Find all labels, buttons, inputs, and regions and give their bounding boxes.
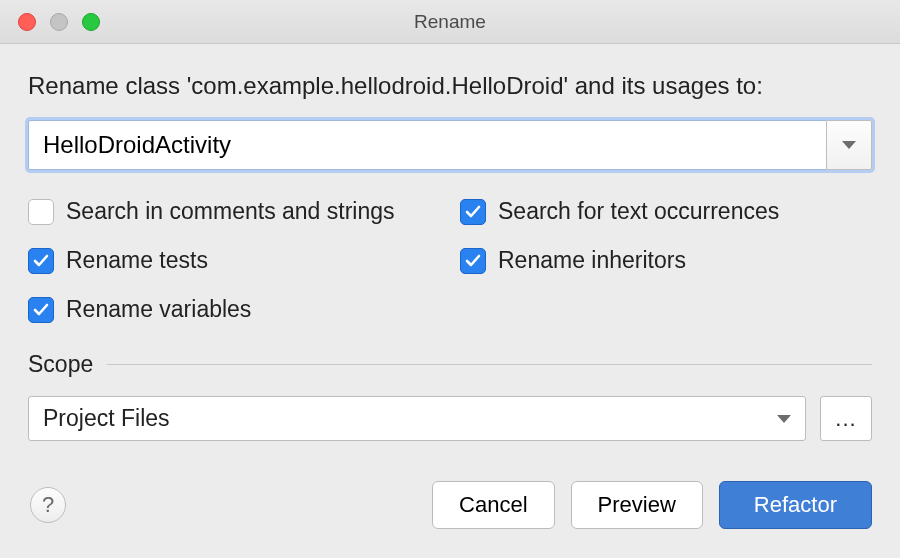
scope-controls: Project Files ...: [28, 396, 872, 441]
dialog-footer: ? Cancel Preview Refactor: [28, 481, 872, 529]
rename-tests-checkbox[interactable]: Rename tests: [28, 247, 440, 274]
scope-selected-value: Project Files: [43, 405, 170, 432]
dialog-content: Rename class 'com.example.hellodroid.Hel…: [0, 44, 900, 553]
cancel-button[interactable]: Cancel: [432, 481, 554, 529]
checkbox-icon: [28, 248, 54, 274]
scope-browse-button[interactable]: ...: [820, 396, 872, 441]
maximize-window-button[interactable]: [82, 13, 100, 31]
preview-button[interactable]: Preview: [571, 481, 703, 529]
checkbox-label: Search in comments and strings: [66, 198, 395, 225]
separator: [107, 364, 872, 365]
search-comments-checkbox[interactable]: Search in comments and strings: [28, 198, 440, 225]
new-name-input[interactable]: [28, 120, 826, 170]
new-name-field: [28, 120, 872, 170]
checkbox-icon: [28, 297, 54, 323]
checkbox-icon: [460, 248, 486, 274]
scope-label: Scope: [28, 351, 93, 378]
window-title: Rename: [0, 11, 900, 33]
checkbox-icon: [28, 199, 54, 225]
name-history-dropdown-button[interactable]: [826, 120, 872, 170]
refactor-button[interactable]: Refactor: [719, 481, 872, 529]
search-text-checkbox[interactable]: Search for text occurrences: [460, 198, 872, 225]
checkbox-label: Rename inheritors: [498, 247, 686, 274]
title-bar: Rename: [0, 0, 900, 44]
minimize-window-button[interactable]: [50, 13, 68, 31]
chevron-down-icon: [842, 141, 856, 149]
checkbox-label: Search for text occurrences: [498, 198, 779, 225]
help-button[interactable]: ?: [30, 487, 66, 523]
rename-variables-checkbox[interactable]: Rename variables: [28, 296, 440, 323]
rename-prompt: Rename class 'com.example.hellodroid.Hel…: [28, 72, 872, 100]
close-window-button[interactable]: [18, 13, 36, 31]
chevron-down-icon: [777, 415, 791, 423]
scope-dropdown[interactable]: Project Files: [28, 396, 806, 441]
checkbox-label: Rename tests: [66, 247, 208, 274]
options-grid: Search in comments and strings Search fo…: [28, 198, 872, 323]
window-controls: [18, 13, 100, 31]
checkbox-icon: [460, 199, 486, 225]
rename-inheritors-checkbox[interactable]: Rename inheritors: [460, 247, 872, 274]
checkbox-label: Rename variables: [66, 296, 251, 323]
scope-header: Scope: [28, 351, 872, 378]
